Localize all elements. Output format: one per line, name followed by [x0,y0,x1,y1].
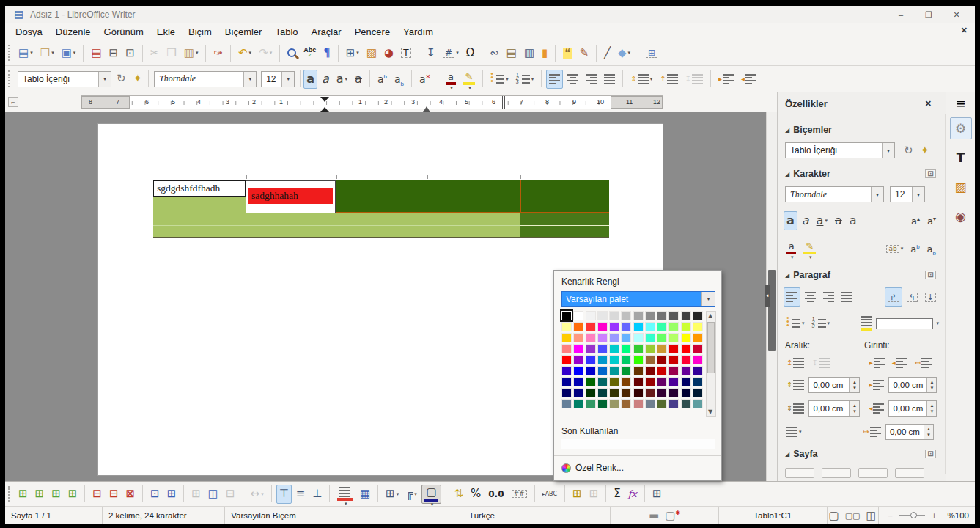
chevron-down-icon[interactable]: ▾ [30,50,33,56]
toolbar-grip[interactable] [8,70,11,87]
section-page-header[interactable]: ◢ Sayfa ⊡ [785,449,939,459]
shrink-font[interactable]: a▾ [924,211,939,230]
color-swatch[interactable] [597,333,608,342]
color-swatch[interactable] [645,399,655,408]
toolbar-grip[interactable] [8,486,11,502]
align-center[interactable] [564,70,581,89]
color-swatch[interactable] [693,366,703,375]
paragraph-style-combo[interactable]: Tablo İçeriği ▾ [18,71,111,87]
increase-paragraph-spacing[interactable]: ↥ [784,353,807,373]
color-swatch[interactable] [573,399,583,408]
insert-endnote[interactable]: ▥ [521,43,537,62]
color-swatch[interactable] [681,377,691,386]
writing-direction-rtl[interactable]: ↰ [904,287,921,307]
menu-item[interactable]: Biçemler [219,24,268,40]
zoom-track[interactable] [899,515,925,516]
menu-item[interactable]: Araçlar [306,24,347,40]
bullet-list[interactable]: ▾ [784,314,808,333]
spacing-above-field[interactable]: 0,00 cm ▲▼ [808,377,860,393]
color-swatch[interactable] [681,399,691,408]
menu-item[interactable]: Tablo [269,24,303,40]
color-swatch[interactable] [561,388,572,397]
color-swatch[interactable] [573,344,583,353]
table-cell-b1[interactable]: sadghhahah [246,180,336,213]
clone-formatting[interactable]: ✑ [210,43,226,62]
page-orientation-button[interactable] [785,468,814,478]
color-swatch[interactable] [561,377,572,386]
chevron-down-icon[interactable]: ▾ [243,72,256,87]
color-swatch[interactable] [597,355,608,364]
color-swatch[interactable] [609,388,619,397]
color-swatch[interactable] [633,322,644,331]
color-swatch[interactable] [573,311,583,320]
hanging-indent[interactable]: ↤ [912,353,935,373]
color-swatch[interactable] [657,377,667,386]
color-swatch[interactable] [693,388,703,397]
insert-bookmark[interactable]: ▮ [539,43,550,62]
chevron-down-icon[interactable]: ▾ [270,50,273,56]
status-page[interactable]: Sayfa 1 / 1 [5,507,103,524]
spelling[interactable]: Abc✓ [301,43,319,62]
minimize-button[interactable]: – [887,6,915,23]
highlight-color[interactable]: ✎▾ [800,239,818,258]
shadow[interactable]: a [847,211,860,230]
delete-table[interactable]: ⊠ [122,485,138,504]
delete-rows[interactable]: ⊟ [89,485,105,504]
align-right[interactable] [583,70,600,89]
align-bottom[interactable]: ⊥ [309,485,325,504]
formula[interactable]: ƒx [625,485,640,504]
track-changes-status[interactable]: ▢✱ [662,506,683,524]
color-swatch[interactable] [597,322,608,331]
color-swatch[interactable] [657,355,667,364]
spinner-buttons[interactable]: ▲▼ [924,425,933,439]
chevron-down-icon[interactable]: ▾ [345,76,348,82]
color-swatch[interactable] [621,388,631,397]
menu-item[interactable]: Biçim [183,24,218,40]
insert-mode[interactable]: ▬ [646,506,662,524]
chevron-down-icon[interactable]: ▾ [450,85,453,91]
color-swatch[interactable] [561,355,572,364]
color-swatch[interactable] [668,366,679,375]
line-spacing[interactable]: ⇕▾ [627,70,655,89]
color-swatch[interactable] [561,333,572,342]
new-document[interactable]: ▤▾ [15,43,36,62]
chevron-down-icon[interactable]: ▾ [414,491,417,497]
spacing-below-field[interactable]: 0,00 cm ▲▼ [808,400,860,417]
undo[interactable]: ↶▾ [235,43,254,62]
color-swatch[interactable] [633,333,644,342]
color-swatch[interactable] [645,322,655,331]
ruler-center-marker2[interactable] [320,103,329,112]
color-swatch[interactable] [693,322,703,331]
columns-after[interactable]: ⊞ [65,485,81,504]
color-swatch[interactable] [657,311,667,320]
color-swatch[interactable] [609,355,619,364]
vertical-text-direction[interactable]: ↓ [922,287,939,307]
tab-navigator[interactable]: ◉ [950,205,972,227]
menu-item[interactable]: Ekle [151,24,181,40]
tab-stop-selector[interactable]: ⌐ [8,97,18,107]
clear-formatting[interactable]: a✕ [416,70,433,89]
chevron-down-icon[interactable]: ▾ [901,246,904,252]
palette-scrollbar[interactable]: ▲ ▼ [706,311,716,417]
zoom-knob[interactable] [910,512,917,518]
update-style[interactable]: ↻ [901,141,916,160]
color-swatch[interactable] [621,366,631,375]
sort[interactable]: ⇅ [451,485,466,504]
insert-line[interactable]: ╱ [601,43,614,62]
first-line-indent[interactable]: ↦ [861,422,884,441]
page-size-button[interactable] [858,468,888,478]
chevron-down-icon[interactable]: ▾ [825,218,828,224]
color-swatch[interactable] [693,399,703,408]
table-row2-light[interactable] [153,213,520,225]
show-draw-functions[interactable]: ⊞ [643,43,660,62]
find-and-replace[interactable] [284,43,299,62]
table-cell-light[interactable] [153,197,246,213]
increase-indent[interactable]: ▸ [715,70,737,89]
font-name-combo[interactable]: Thorndale ▾ [154,71,257,87]
scrollbar-thumb[interactable] [768,270,776,351]
color-swatch[interactable] [621,333,631,342]
color-swatch[interactable] [586,333,596,342]
paste[interactable]: ▥▾ [181,43,202,62]
font-color[interactable]: a▾ [784,239,799,258]
dialog-launcher-icon[interactable]: ⊡ [925,450,936,458]
